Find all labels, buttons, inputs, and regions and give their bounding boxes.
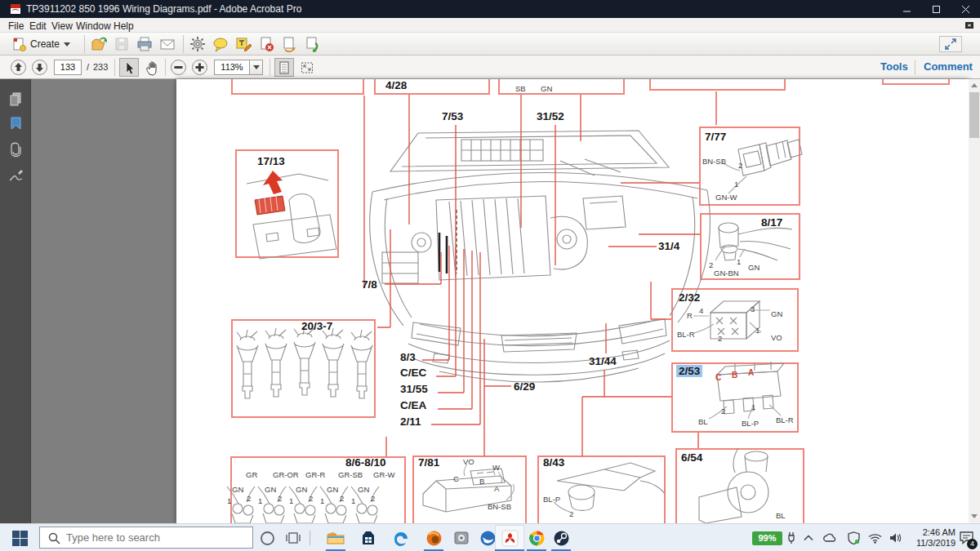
signature-icon[interactable] (7, 167, 24, 184)
fit-page-button[interactable] (297, 58, 317, 77)
firefox-button[interactable] (424, 528, 443, 548)
file-explorer-icon (327, 531, 345, 545)
menu-help[interactable]: Help (114, 20, 134, 32)
extract-page-button[interactable] (280, 35, 298, 53)
diagram-label: GR-OR (273, 470, 299, 479)
create-button[interactable]: Create (7, 34, 75, 54)
annotate-button[interactable] (234, 35, 252, 53)
bookmarks-icon[interactable] (7, 115, 24, 131)
hand-tool-button[interactable] (142, 58, 162, 77)
diagram-label: GR-R (305, 470, 325, 479)
menubar-close-icon[interactable] (965, 20, 974, 32)
microsoft-store-button[interactable] (359, 528, 378, 548)
diagram-label: A (494, 484, 499, 493)
acrobat-icon (501, 530, 519, 547)
expand-arrows-icon (944, 38, 957, 50)
comment-panel-button[interactable]: Comment (924, 60, 973, 73)
previous-page-button[interactable] (10, 59, 27, 79)
clock[interactable]: 2:46 AM 11/3/2019 (902, 527, 956, 549)
scroll-down-icon[interactable] (971, 514, 978, 518)
taskbar: 99% 2:46 AM 11/3/2019 4 (0, 523, 980, 551)
save-button[interactable] (113, 35, 131, 53)
diagram-label: 1 (351, 496, 355, 505)
menu-file[interactable]: File (8, 20, 24, 32)
diagram-label: 2 (371, 494, 375, 503)
diagram-label: 2/32 (679, 291, 700, 304)
diagram-label: 1 (737, 257, 741, 266)
windows-logo-icon (12, 531, 28, 546)
battery-status-badge[interactable]: 99% (752, 531, 782, 545)
capture-app-button[interactable] (452, 528, 471, 548)
steam-button[interactable] (551, 528, 571, 548)
minimize-button[interactable] (892, 0, 921, 18)
diagram-label: 1 (751, 402, 755, 411)
page-thumbnails-icon[interactable] (7, 91, 24, 107)
create-label: Create (30, 38, 60, 50)
zoom-level-input[interactable]: 113% (214, 60, 250, 75)
print-button[interactable] (136, 35, 154, 53)
vertical-scrollbar[interactable] (969, 79, 980, 523)
acrobat-button[interactable] (500, 528, 519, 548)
scroll-up-icon[interactable] (971, 83, 978, 87)
menu-edit[interactable]: Edit (29, 20, 47, 32)
pdf-page[interactable]: 4/287/5331/5217/137/778/172/322/5331/420… (176, 79, 969, 523)
diagram-label: 7/53 (442, 110, 463, 122)
file-explorer-button[interactable] (326, 528, 345, 548)
scrolling-view-button[interactable] (274, 58, 294, 77)
cortana-button[interactable] (257, 528, 277, 548)
zoom-out-button[interactable] (170, 59, 187, 79)
speech-bubble-icon (212, 35, 229, 53)
open-file-button[interactable] (90, 35, 108, 53)
diagram-label: 2 (709, 260, 713, 269)
security-shield-icon[interactable] (846, 531, 861, 545)
diagram-labels-layer: 4/287/5331/5217/137/778/172/322/5331/420… (176, 79, 969, 523)
menu-view[interactable]: View (51, 20, 73, 32)
diagram-label: GN (541, 84, 552, 93)
diagram-label: 17/13 (257, 155, 285, 167)
delete-page-button[interactable] (257, 35, 275, 53)
diagram-label: 1 (734, 180, 738, 189)
next-page-button[interactable] (31, 59, 48, 79)
diagram-label: 1 (258, 496, 262, 505)
store-icon (360, 530, 376, 546)
power-plug-icon[interactable] (784, 531, 799, 545)
scrollbar-thumb[interactable] (969, 92, 979, 138)
close-button[interactable] (951, 0, 980, 18)
select-tool-button[interactable] (119, 58, 139, 77)
start-button[interactable] (10, 528, 29, 548)
onedrive-icon[interactable] (822, 531, 837, 545)
search-input[interactable] (66, 530, 246, 545)
diagram-label: 1 (227, 496, 231, 505)
diagram-label: 2 (569, 509, 573, 518)
edge-button[interactable] (391, 528, 411, 548)
zoom-dropdown-button[interactable] (250, 60, 263, 75)
attachments-icon[interactable] (7, 141, 24, 158)
zoom-in-button[interactable] (191, 59, 208, 79)
wifi-icon[interactable] (867, 531, 882, 545)
diagram-label: 4/28 (385, 79, 407, 91)
diagram-label: BL-R (776, 415, 794, 424)
page-number-input[interactable]: 133 (54, 60, 82, 75)
diagram-label: 31/52 (537, 110, 564, 122)
diagram-label: 2 (278, 494, 282, 503)
window-title: TP3911202 850 1996 Wiring Diagrams.pdf -… (26, 3, 301, 15)
email-button[interactable] (158, 35, 176, 53)
menu-window[interactable]: Window (76, 20, 111, 32)
task-view-button[interactable] (283, 528, 303, 548)
toolbar-expand-button[interactable] (939, 36, 962, 52)
insert-page-button[interactable] (303, 35, 321, 53)
tools-panel-button[interactable]: Tools (880, 60, 908, 73)
tray-expand-icon[interactable] (801, 531, 816, 545)
maximize-button[interactable] (921, 0, 951, 18)
diagram-label: 2 (721, 407, 725, 415)
thunderbird-icon (479, 530, 497, 547)
desktop: { "window": { "title": "TP3911202 850 19… (0, 0, 980, 551)
diagram-label: BL-R (677, 330, 695, 339)
comment-bubble-button[interactable] (212, 35, 229, 53)
chrome-button[interactable] (527, 528, 546, 548)
settings-button[interactable] (189, 35, 207, 53)
diagram-label: GR-W (373, 470, 394, 479)
taskbar-search[interactable] (39, 527, 253, 549)
menu-bar: File Edit View Window Help (0, 18, 980, 33)
gear-icon (189, 35, 207, 53)
